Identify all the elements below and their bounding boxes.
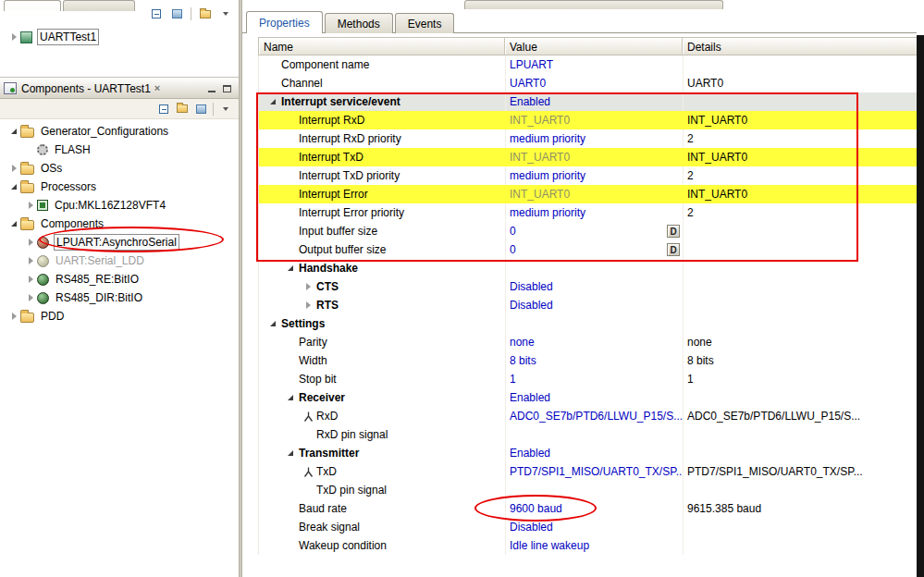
- tree-item-uart-serial-ldd[interactable]: UART:Serial_LDD: [0, 252, 239, 270]
- expander-collapsed-icon[interactable]: [24, 239, 37, 246]
- collapse-all-icon[interactable]: [147, 6, 166, 22]
- property-row-width[interactable]: Width8 bits8 bits: [259, 351, 917, 370]
- expander-collapsed-icon[interactable]: [24, 276, 37, 283]
- expander-collapsed-icon[interactable]: [302, 283, 314, 290]
- property-row-output-buffer-size[interactable]: Output buffer size0D: [259, 240, 917, 259]
- value-cell[interactable]: Disabled: [505, 277, 683, 296]
- property-row-txd-pin-signal[interactable]: TxD pin signal: [259, 481, 917, 499]
- value-cell[interactable]: LPUART: [505, 55, 683, 74]
- minimize-icon[interactable]: [203, 81, 219, 95]
- value-cell[interactable]: [505, 314, 683, 333]
- tree-item-rs485-re-bitio[interactable]: RS485_RE:BitIO: [0, 270, 239, 288]
- expander-expanded-icon[interactable]: [7, 221, 20, 227]
- property-row-handshake[interactable]: Handshake: [259, 259, 917, 277]
- cut-tab-stub[interactable]: [63, 0, 135, 11]
- value-cell[interactable]: INT_UART0: [505, 185, 683, 203]
- property-row-rts[interactable]: RTSDisabled: [259, 296, 917, 314]
- tab-properties[interactable]: Properties: [246, 11, 323, 33]
- folder-icon[interactable]: [196, 6, 215, 22]
- property-row-transmitter[interactable]: TransmitterEnabled: [259, 444, 917, 462]
- value-cell[interactable]: Disabled: [505, 518, 683, 536]
- value-cell[interactable]: Enabled: [505, 444, 683, 462]
- property-row-interrupt-rxd[interactable]: Interrupt RxDINT_UART0INT_UART0: [259, 111, 917, 129]
- stack-icon[interactable]: [191, 101, 210, 117]
- property-row-stop-bit[interactable]: Stop bit11: [259, 370, 917, 388]
- property-row-rxd-pin-signal[interactable]: RxD pin signal: [259, 425, 917, 444]
- property-row-channel[interactable]: ChannelUART0UART0: [259, 74, 917, 92]
- property-row-txd[interactable]: TxDPTD7/SPI1_MISO/UART0_TX/SP...PTD7/SPI…: [259, 462, 917, 481]
- property-row-wakeup-condition[interactable]: Wakeup conditionIdle line wakeup: [259, 536, 917, 555]
- property-row-input-buffer-size[interactable]: Input buffer size0D: [259, 222, 917, 240]
- property-row-interrupt-error-priority[interactable]: Interrupt Error prioritymedium priority2: [259, 203, 917, 222]
- collapse-all-icon[interactable]: [154, 101, 173, 117]
- expander-expanded-icon[interactable]: [266, 99, 279, 104]
- value-cell[interactable]: Idle line wakeup: [505, 536, 683, 555]
- property-row-settings[interactable]: Settings: [259, 314, 917, 333]
- tree-item-lpuart-asynchroserial[interactable]: LPUART:AsynchroSerial: [0, 233, 239, 252]
- expander-collapsed-icon[interactable]: [24, 202, 37, 209]
- value-cell[interactable]: medium priority: [505, 129, 683, 148]
- property-row-receiver[interactable]: ReceiverEnabled: [259, 388, 917, 407]
- tree-item-rs485-dir-bitio[interactable]: RS485_DIR:BitIO: [0, 288, 239, 307]
- value-cell[interactable]: Enabled: [505, 388, 683, 407]
- tree-item-generator-configurations[interactable]: Generator_Configurations: [0, 122, 239, 141]
- maximize-icon[interactable]: [219, 81, 235, 95]
- tree-item-pdd[interactable]: PDD: [0, 307, 239, 325]
- property-row-cts[interactable]: CTSDisabled: [259, 277, 917, 296]
- view-menu-caret-icon[interactable]: [216, 6, 235, 22]
- expander-collapsed-icon[interactable]: [7, 313, 20, 320]
- property-row-parity[interactable]: Paritynonenone: [259, 333, 917, 351]
- expander-expanded-icon[interactable]: [284, 265, 297, 271]
- value-cell[interactable]: medium priority: [505, 166, 683, 185]
- close-icon[interactable]: ×: [154, 83, 160, 93]
- tree-item-components[interactable]: Components: [0, 215, 239, 233]
- property-row-interrupt-error[interactable]: Interrupt ErrorINT_UART0INT_UART0: [259, 185, 917, 203]
- value-cell[interactable]: [505, 481, 683, 499]
- property-row-interrupt-txd[interactable]: Interrupt TxDINT_UART0INT_UART0: [259, 148, 917, 166]
- expander-expanded-icon[interactable]: [266, 321, 279, 326]
- value-cell[interactable]: 9600 baud: [505, 499, 683, 518]
- value-cell[interactable]: PTD7/SPI1_MISO/UART0_TX/SP...: [505, 462, 683, 481]
- value-cell[interactable]: 8 bits: [505, 351, 683, 370]
- value-cell[interactable]: ADC0_SE7b/PTD6/LLWU_P15/S...: [505, 407, 683, 425]
- cut-tab-stub[interactable]: [4, 0, 61, 11]
- column-header-value[interactable]: Value: [505, 38, 683, 55]
- tree-item-processors[interactable]: Processors: [0, 178, 239, 196]
- value-cell[interactable]: 0D: [505, 240, 683, 259]
- tree-item-cpu-mkl16z128vft4[interactable]: Cpu:MKL16Z128VFT4: [0, 196, 239, 215]
- expander-expanded-icon[interactable]: [7, 184, 20, 190]
- property-row-baud-rate[interactable]: Baud rate9600 baud9615.385 baud: [259, 499, 917, 518]
- value-cell[interactable]: Disabled: [505, 296, 683, 314]
- property-row-rxd[interactable]: RxDADC0_SE7b/PTD6/LLWU_P15/S...ADC0_SE7b…: [259, 407, 917, 425]
- expander-collapsed-icon[interactable]: [24, 294, 37, 301]
- value-cell[interactable]: Enabled: [505, 92, 683, 111]
- column-header-details[interactable]: Details: [683, 38, 917, 55]
- property-row-break-signal[interactable]: Break signalDisabled: [259, 518, 917, 536]
- tree-item-uarttest1[interactable]: UARTTest1: [0, 28, 239, 46]
- view-menu-caret-icon[interactable]: [216, 101, 235, 117]
- property-row-component-name[interactable]: Component nameLPUART: [259, 55, 917, 74]
- expander-expanded-icon[interactable]: [284, 395, 297, 400]
- value-cell[interactable]: 1: [505, 370, 683, 388]
- expander-collapsed-icon[interactable]: [24, 257, 37, 264]
- value-cell[interactable]: INT_UART0: [505, 111, 683, 129]
- tree-item-oss[interactable]: OSs: [0, 159, 239, 178]
- property-row-interrupt-service-event[interactable]: Interrupt service/eventEnabled: [259, 92, 917, 111]
- tab-methods[interactable]: Methods: [325, 13, 393, 33]
- value-cell[interactable]: 0D: [505, 222, 683, 240]
- value-cell[interactable]: INT_UART0: [505, 148, 683, 166]
- folder-icon[interactable]: [173, 101, 191, 117]
- value-cell[interactable]: [505, 425, 683, 444]
- value-cell[interactable]: none: [505, 333, 683, 351]
- value-cell[interactable]: medium priority: [505, 203, 683, 222]
- property-row-interrupt-txd-priority[interactable]: Interrupt TxD prioritymedium priority2: [259, 166, 917, 185]
- expander-expanded-icon[interactable]: [284, 450, 297, 456]
- expander-collapsed-icon[interactable]: [7, 165, 20, 172]
- value-cell[interactable]: [505, 259, 683, 277]
- property-row-interrupt-rxd-priority[interactable]: Interrupt RxD prioritymedium priority2: [259, 129, 917, 148]
- expander-collapsed-icon[interactable]: [7, 33, 20, 41]
- column-header-name[interactable]: Name: [259, 38, 505, 55]
- default-button[interactable]: D: [667, 225, 680, 238]
- default-button[interactable]: D: [667, 243, 680, 256]
- cut-tab-stub[interactable]: [464, 0, 723, 9]
